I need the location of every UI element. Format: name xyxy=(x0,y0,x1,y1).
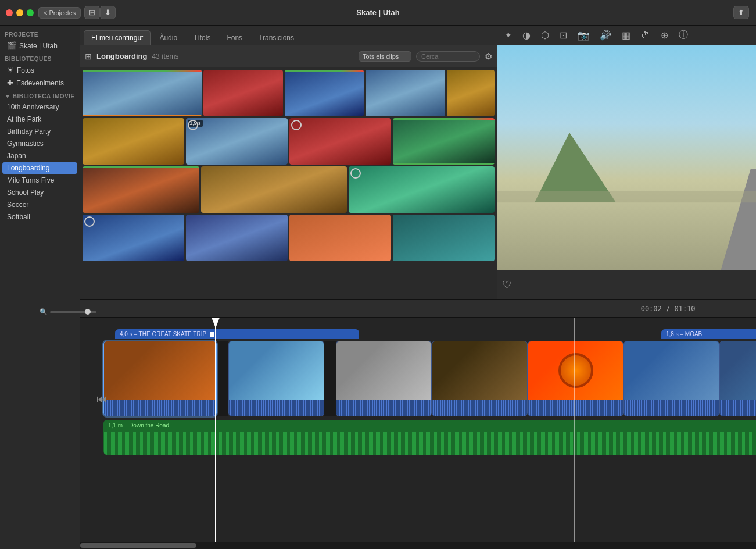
sidebar-item-birthday-party[interactable]: Birthday Party xyxy=(2,126,77,137)
color-balance-button[interactable]: ◑ xyxy=(520,28,533,42)
clip-label-2: 1,8 s – MOAB xyxy=(661,329,756,339)
minimize-button[interactable] xyxy=(16,9,23,16)
timeline-section: 🔍 00:02 / 01:10 ⊞ Configuració xyxy=(80,299,756,549)
sidebar-item-japan[interactable]: Japan xyxy=(2,150,77,162)
clip-thumb[interactable] xyxy=(186,215,288,261)
sidebar-item-label: Softball xyxy=(7,213,30,221)
clip-thumb[interactable] xyxy=(83,215,184,261)
sidebar-item-longboarding[interactable]: Longboarding xyxy=(2,162,77,174)
close-button[interactable] xyxy=(6,9,13,16)
search-input[interactable] xyxy=(416,51,480,62)
speedometer-button[interactable]: ⏱ xyxy=(639,29,653,42)
favorite-button[interactable]: ♡ xyxy=(502,279,511,291)
clip-frame-5 xyxy=(528,341,623,400)
sidebar-item-soccer[interactable]: Soccer xyxy=(2,199,77,211)
clip-frame-4 xyxy=(432,341,527,400)
grid-row-1 xyxy=(83,70,495,116)
share-button[interactable]: ⬆ xyxy=(733,6,749,19)
audio-wave-visual-4 xyxy=(432,400,527,416)
timeline-clip-1[interactable] xyxy=(103,341,217,416)
preview-controls: ♡ ⏮ ▶ ⏭ ⤢ xyxy=(497,270,756,299)
import-button[interactable]: ⬇ xyxy=(100,6,116,19)
grid-view-button[interactable]: ⊞ xyxy=(85,52,92,61)
sidebar-item-skate-utah[interactable]: 🎬 Skate | Utah xyxy=(2,40,77,52)
clip-thumb-row xyxy=(104,341,216,400)
clip-title-1: 4,0 s – THE GREAT SKATE TRIP xyxy=(120,331,206,337)
browser-toolbar: ⊞ Longboarding 43 ítems Tots els clips ⚙ xyxy=(80,45,497,67)
clip-thumb[interactable] xyxy=(447,70,495,116)
clip-thumb[interactable] xyxy=(83,118,184,165)
timeline-header: 🔍 00:02 / 01:10 ⊞ Configuració xyxy=(80,300,756,318)
camera-button[interactable]: 📷 xyxy=(575,28,592,42)
sidebar-item-softball[interactable]: Softball xyxy=(2,211,77,223)
sidebar-item-label: Skate | Utah xyxy=(19,42,58,50)
volume-button[interactable]: 🔊 xyxy=(597,28,614,42)
browser-grid[interactable]: 3,9 s xyxy=(80,67,497,299)
sidebar-item-milo-turns-five[interactable]: Milo Turns Five xyxy=(2,174,77,186)
clip-thumb[interactable] xyxy=(349,166,495,213)
clip-frame-6 xyxy=(624,341,719,400)
sidebar-item-label: Soccer xyxy=(7,201,28,209)
crop-button[interactable]: ⊡ xyxy=(557,28,569,42)
gear-button[interactable]: ⚙ xyxy=(485,51,492,62)
clip-thumb[interactable] xyxy=(289,118,391,165)
filter-select[interactable]: Tots els clips xyxy=(359,51,411,62)
timeline-clip-6[interactable] xyxy=(624,341,719,416)
section-label-project: PROJECTE xyxy=(0,28,80,39)
skip-start-icon[interactable]: ⏮ xyxy=(96,393,107,405)
magic-wand-button[interactable]: ✦ xyxy=(502,28,514,42)
browser-section: El meu contingut Àudio Títols Fons Trans… xyxy=(80,26,497,299)
sidebar-item-fotos[interactable]: ☀ Fotos xyxy=(2,64,77,76)
tab-audio[interactable]: Àudio xyxy=(152,30,185,45)
tab-backgrounds[interactable]: Fons xyxy=(219,30,250,45)
clip-thumb[interactable] xyxy=(201,166,347,213)
tab-my-content[interactable]: El meu contingut xyxy=(84,30,151,45)
tab-transitions[interactable]: Transicions xyxy=(251,30,302,45)
clip-thumb[interactable] xyxy=(285,70,364,116)
tab-titles[interactable]: Títols xyxy=(186,30,218,45)
zoom-slider[interactable] xyxy=(50,311,96,313)
clip-transition xyxy=(217,341,228,416)
clip-thumb[interactable]: 3,9 s xyxy=(186,118,288,165)
timeline-scroll-thumb[interactable] xyxy=(80,543,196,548)
playhead-handle xyxy=(212,318,220,328)
preview-scene xyxy=(497,45,756,270)
overlay-button[interactable]: ⊕ xyxy=(658,28,671,42)
timeline-clip-3[interactable] xyxy=(336,341,432,416)
sidebar-item-at-the-park[interactable]: At the Park xyxy=(2,113,77,125)
clip-thumb[interactable] xyxy=(393,118,495,165)
timeline-clip-5[interactable] xyxy=(528,341,624,416)
sidebar-item-gymnastics[interactable]: Gymnastics xyxy=(2,138,77,149)
timeline-tracks[interactable]: ⏮ ⏭ 4,0 s – THE GREAT SKATE TRIP 1,8 s –… xyxy=(80,318,756,542)
clip-thumb[interactable] xyxy=(289,215,391,261)
view-toggle-button[interactable]: ⊞ xyxy=(84,6,100,19)
clip-thumb[interactable] xyxy=(83,166,199,213)
zoom-icon: 🔍 xyxy=(40,308,48,316)
color-wheel-button[interactable]: ⬡ xyxy=(539,28,551,42)
audio-wave-visual-7 xyxy=(720,400,756,416)
audio-wave-visual xyxy=(104,400,216,416)
info-button[interactable]: ⓘ xyxy=(676,28,690,42)
maximize-button[interactable] xyxy=(27,9,34,16)
timeline-clip-4[interactable] xyxy=(432,341,528,416)
clip-label-1: 4,0 s – THE GREAT SKATE TRIP xyxy=(115,329,359,339)
grid-row-2: 3,9 s xyxy=(83,118,495,165)
clip-thumb[interactable] xyxy=(83,70,202,116)
chart-button[interactable]: ▦ xyxy=(619,28,633,42)
timeline-clip-2[interactable] xyxy=(228,341,324,416)
clip-thumb[interactable] xyxy=(366,70,445,116)
grid-row-4 xyxy=(83,215,495,261)
sidebar-item-label: School Play xyxy=(7,188,44,197)
tracks-inner: ⏮ ⏭ 4,0 s – THE GREAT SKATE TRIP 1,8 s –… xyxy=(80,318,756,542)
timeline-clip-7[interactable] xyxy=(719,341,756,416)
audio-wave-2 xyxy=(229,400,324,416)
sidebar-item-label: Esdeveniments xyxy=(16,79,64,87)
clip-thumb[interactable] xyxy=(203,70,283,116)
sidebar-item-esdeveniments[interactable]: ✚ Esdeveniments xyxy=(2,77,77,89)
timeline-scrollbar[interactable] xyxy=(80,542,756,549)
clip-thumb[interactable] xyxy=(393,215,495,261)
sidebar-item-school-play[interactable]: School Play xyxy=(2,187,77,198)
sidebar-item-label: Milo Turns Five xyxy=(7,176,54,184)
sidebar-item-10th-anniversary[interactable]: 10th Anniversary xyxy=(2,101,77,113)
back-button[interactable]: < Projectes xyxy=(38,7,81,19)
